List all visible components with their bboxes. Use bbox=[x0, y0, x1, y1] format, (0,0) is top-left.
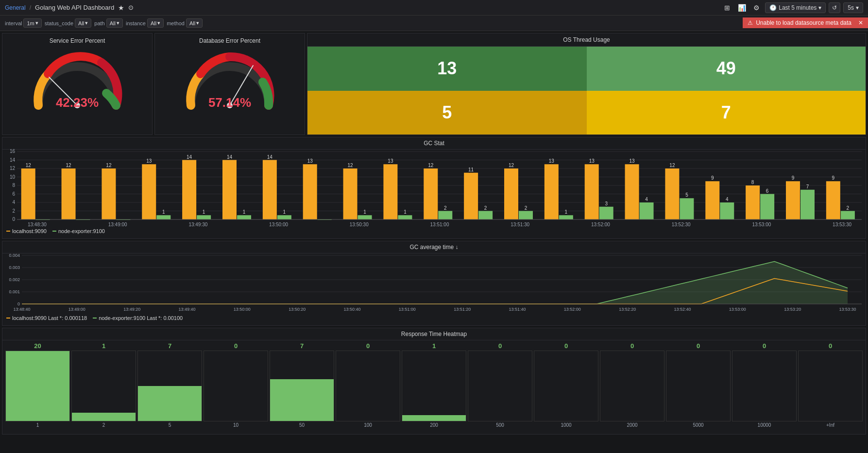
database-error-panel: Database Error Percent 57.14% bbox=[154, 33, 305, 135]
svg-text:13:49:40: 13:49:40 bbox=[178, 307, 195, 312]
svg-text:13:53:20: 13:53:20 bbox=[784, 307, 801, 312]
settings-icon[interactable]: ⚙ bbox=[750, 2, 762, 14]
heatmap-xlabel-2: 5 bbox=[169, 422, 171, 428]
svg-rect-97 bbox=[720, 202, 734, 219]
svg-text:2: 2 bbox=[525, 205, 528, 211]
heatmap-fill-6 bbox=[402, 415, 466, 421]
filter-method-select[interactable]: All ▾ bbox=[186, 18, 203, 28]
svg-text:13:49:30: 13:49:30 bbox=[188, 222, 207, 227]
svg-text:12: 12 bbox=[26, 163, 32, 168]
svg-text:13:51:30: 13:51:30 bbox=[511, 222, 529, 227]
svg-rect-37 bbox=[182, 160, 196, 220]
svg-rect-86 bbox=[625, 164, 639, 219]
svg-text:2: 2 bbox=[484, 205, 487, 211]
filter-status-code-select[interactable]: All ▾ bbox=[75, 18, 91, 28]
svg-text:12: 12 bbox=[509, 163, 514, 168]
svg-text:4: 4 bbox=[12, 200, 15, 205]
svg-text:13:48:30: 13:48:30 bbox=[28, 222, 47, 227]
database-error-value: 57.14% bbox=[181, 95, 278, 110]
svg-rect-106 bbox=[800, 190, 815, 219]
legend-dot-node-exporter bbox=[52, 231, 56, 232]
svg-text:13: 13 bbox=[307, 158, 313, 164]
legend-dot-gc-localhost bbox=[6, 318, 10, 319]
alert-close-button[interactable]: ✕ bbox=[858, 19, 863, 26]
svg-text:13: 13 bbox=[629, 158, 635, 164]
heatmap-xlabel-11: 10000 bbox=[758, 422, 771, 428]
heatmap-value-4: 7 bbox=[300, 342, 304, 350]
chevron-down-icon6: ▾ bbox=[157, 20, 160, 26]
heatmap-col-6: 1200 bbox=[402, 342, 466, 428]
svg-text:13:50:00: 13:50:00 bbox=[234, 307, 251, 312]
svg-text:12: 12 bbox=[347, 163, 353, 168]
heatmap-xlabel-5: 100 bbox=[364, 422, 372, 428]
svg-text:1: 1 bbox=[162, 209, 165, 215]
svg-rect-35 bbox=[156, 215, 170, 219]
alert-icon: ⚠ bbox=[748, 19, 753, 26]
os-cell-1: 49 bbox=[587, 47, 866, 91]
star-icon[interactable]: ★ bbox=[118, 4, 124, 12]
svg-rect-101 bbox=[760, 194, 774, 220]
svg-text:1: 1 bbox=[363, 209, 366, 215]
svg-text:1: 1 bbox=[404, 209, 407, 215]
svg-rect-108 bbox=[826, 181, 840, 219]
svg-text:13:53:00: 13:53:00 bbox=[752, 222, 771, 227]
heatmap-col-7: 0500 bbox=[468, 342, 532, 428]
svg-rect-54 bbox=[343, 168, 357, 219]
svg-text:13:50:30: 13:50:30 bbox=[350, 222, 369, 227]
svg-text:14: 14 bbox=[227, 154, 233, 160]
heatmap-value-1: 1 bbox=[102, 342, 105, 350]
filter-path: path All ▾ bbox=[94, 18, 123, 28]
refresh-interval[interactable]: 5s ▾ bbox=[843, 2, 863, 13]
svg-text:2: 2 bbox=[12, 208, 15, 214]
graph-icon[interactable]: 📊 bbox=[736, 2, 748, 14]
svg-text:13:51:00: 13:51:00 bbox=[399, 307, 416, 312]
heatmap-value-6: 1 bbox=[432, 342, 436, 350]
chevron-down-icon4: ▾ bbox=[85, 20, 88, 26]
svg-rect-22 bbox=[21, 168, 35, 219]
chevron-down-icon7: ▾ bbox=[196, 20, 199, 26]
svg-text:14: 14 bbox=[267, 154, 273, 160]
svg-text:13:49:00: 13:49:00 bbox=[108, 222, 127, 227]
svg-rect-48 bbox=[277, 215, 291, 219]
os-cell-0: 13 bbox=[307, 47, 587, 91]
heatmap-fill-4 bbox=[270, 379, 334, 421]
filter-instance-select[interactable]: All ▾ bbox=[147, 18, 164, 28]
interval-label: 5s bbox=[848, 4, 854, 11]
svg-rect-63 bbox=[424, 168, 438, 219]
heatmap-bar-container-3 bbox=[204, 351, 268, 421]
panel-icon[interactable]: ⊞ bbox=[721, 2, 733, 14]
filter-status-code: status_code All ▾ bbox=[45, 18, 92, 28]
svg-text:16: 16 bbox=[10, 149, 16, 154]
breadcrumb-general[interactable]: General bbox=[5, 4, 26, 11]
heatmap-value-8: 0 bbox=[564, 342, 568, 350]
svg-text:13:53:00: 13:53:00 bbox=[729, 307, 746, 312]
svg-rect-74 bbox=[519, 211, 533, 220]
top-bar: General / Golang Web API Dashboard ★ ⊙ ⊞… bbox=[0, 0, 868, 16]
svg-text:13: 13 bbox=[549, 158, 555, 164]
svg-text:13:51:20: 13:51:20 bbox=[454, 307, 471, 312]
refresh-button[interactable]: ↺ bbox=[829, 2, 840, 13]
svg-rect-99 bbox=[746, 185, 760, 219]
filter-method-value: All bbox=[189, 20, 195, 26]
heatmap-xlabel-4: 50 bbox=[299, 422, 305, 428]
gc-avg-time-panel: GC average time ↓ 00.0010.0020.0030.0041… bbox=[2, 241, 866, 326]
filter-instance: instance All ▾ bbox=[126, 18, 164, 28]
filter-path-select[interactable]: All ▾ bbox=[106, 18, 123, 28]
svg-rect-88 bbox=[640, 202, 654, 219]
time-range-picker[interactable]: 🕐 Last 5 minutes ▾ bbox=[765, 2, 826, 13]
heatmap-fill-0 bbox=[6, 351, 69, 421]
filter-interval-select[interactable]: 1m ▾ bbox=[23, 18, 41, 28]
svg-text:9: 9 bbox=[832, 175, 835, 181]
svg-text:13:50:00: 13:50:00 bbox=[269, 222, 288, 227]
heatmap-col-4: 750 bbox=[270, 342, 334, 428]
legend-node-exporter: node-exporter:9100 bbox=[52, 228, 105, 234]
heatmap-bar-container-12 bbox=[798, 351, 863, 421]
heatmap-value-7: 0 bbox=[498, 342, 502, 350]
heatmap-col-5: 0100 bbox=[336, 342, 400, 428]
share-icon[interactable]: ⊙ bbox=[128, 4, 134, 11]
svg-rect-61 bbox=[398, 215, 412, 219]
svg-text:12: 12 bbox=[10, 166, 16, 171]
svg-rect-95 bbox=[705, 181, 719, 219]
svg-text:6: 6 bbox=[12, 191, 15, 197]
legend-gc-localhost: localhost:9090 Last *: 0.000118 bbox=[6, 315, 87, 321]
